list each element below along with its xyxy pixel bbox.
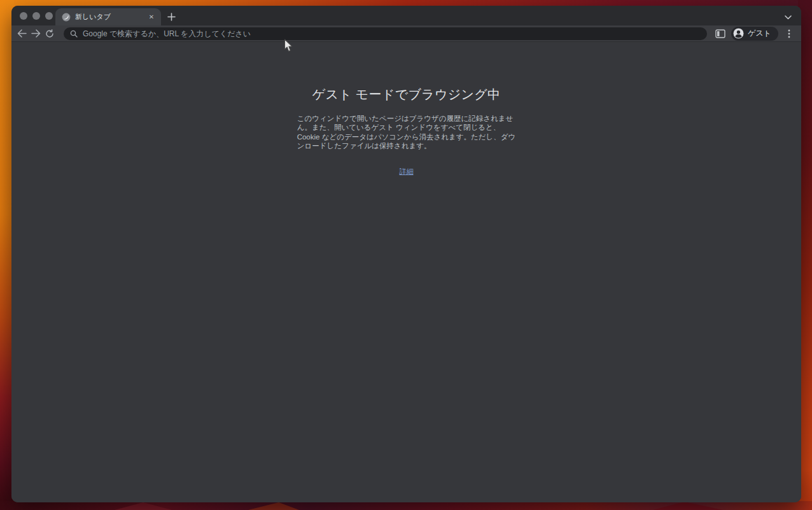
guest-profile-label: ゲスト: [748, 28, 771, 39]
tab-close-icon[interactable]: ✕: [146, 12, 157, 22]
tab-new-tab[interactable]: 新しいタブ ✕: [55, 8, 161, 25]
minimize-window-button[interactable]: [32, 12, 40, 20]
side-panel-icon[interactable]: [713, 27, 727, 41]
globe-icon: [62, 13, 71, 22]
guest-avatar-icon: [733, 28, 744, 39]
search-icon: [70, 30, 78, 38]
traffic-lights: [20, 12, 53, 20]
guest-ntp: ゲスト モードでブラウジング中 このウィンドウで開いたページはブラウザの履歴に記…: [11, 42, 801, 502]
guest-mode-description: このウィンドウで開いたページはブラウザの履歴に記録されませ ん。また、開いている…: [297, 114, 516, 151]
chevron-down-icon[interactable]: [783, 12, 793, 22]
new-tab-button[interactable]: [166, 11, 177, 22]
toolbar: ゲスト: [11, 25, 801, 42]
browser-window: 新しいタブ ✕: [11, 6, 801, 502]
address-input[interactable]: [83, 29, 701, 38]
learn-more-link[interactable]: 詳細: [400, 167, 414, 176]
tab-title: 新しいタブ: [75, 12, 142, 22]
reload-icon[interactable]: [43, 27, 57, 41]
back-arrow-icon[interactable]: [15, 27, 29, 41]
close-window-button[interactable]: [20, 12, 27, 20]
page-title: ゲスト モードでブラウジング中: [312, 86, 501, 103]
address-bar[interactable]: [64, 27, 707, 40]
forward-arrow-icon[interactable]: [29, 27, 43, 41]
guest-profile-button[interactable]: ゲスト: [731, 27, 778, 41]
zoom-window-button[interactable]: [45, 12, 53, 20]
tab-strip: 新しいタブ ✕: [11, 6, 801, 25]
kebab-menu-icon[interactable]: [782, 27, 796, 41]
